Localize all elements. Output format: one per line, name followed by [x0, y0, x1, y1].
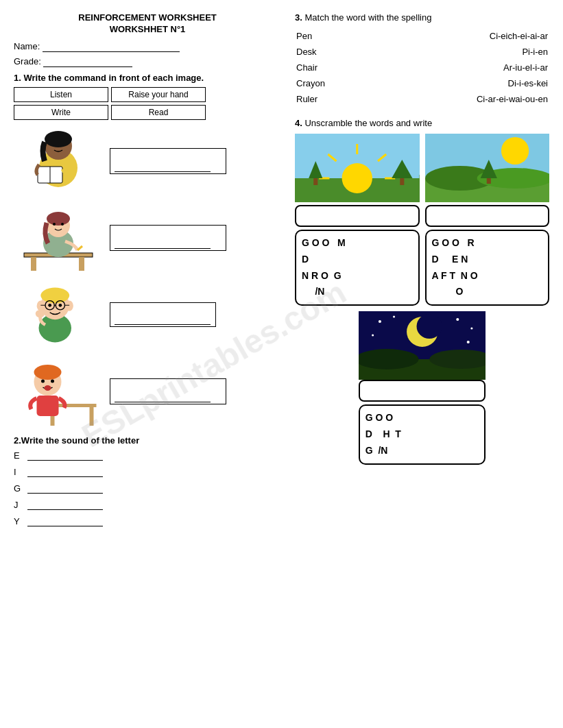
svg-rect-57: [486, 178, 490, 184]
svg-point-40: [342, 163, 372, 193]
svg-point-18: [40, 287, 69, 303]
match-spelling-crayon: Di-i-es-kei: [437, 75, 549, 91]
svg-point-63: [393, 316, 395, 318]
svg-point-64: [456, 318, 459, 321]
letter-E: E: [14, 450, 23, 461]
right-column: 3. Match the word with the spelling Pen …: [295, 12, 549, 532]
svg-point-37: [44, 385, 51, 391]
section3-num: 3.: [295, 12, 302, 23]
unscramble-cell-1: G O O M D N R O G /N: [295, 134, 420, 306]
image-row-3: [14, 280, 281, 349]
answer-rect-2[interactable]: [425, 205, 550, 227]
scramble-text-1: G O O M D N R O G /N: [302, 235, 346, 300]
scene-night: [359, 311, 486, 380]
scramble-box-2: G O O R D E N A F T N O O: [425, 230, 550, 306]
scramble-text-3: G O O D H T G /N: [366, 410, 401, 459]
answer-line-3: [115, 313, 211, 325]
answer-box-1[interactable]: [110, 148, 226, 174]
svg-point-28: [36, 309, 45, 317]
svg-point-35: [41, 379, 45, 383]
sound-line-E[interactable]: [27, 450, 103, 461]
letter-G: G: [14, 483, 23, 494]
name-label: Name:: [14, 41, 40, 51]
match-row-chair: Chair Ar-iu-el-i-ar: [295, 60, 549, 75]
svg-rect-47: [313, 178, 318, 185]
svg-point-65: [470, 328, 472, 330]
answer-line-4: [115, 390, 211, 402]
svg-point-20: [65, 300, 73, 311]
sound-line-G[interactable]: [27, 483, 103, 494]
sound-row-E: E: [14, 450, 281, 461]
svg-rect-30: [89, 407, 93, 426]
match-spelling-ruler: Ci-ar-ei-wai-ou-en: [437, 91, 549, 107]
match-spelling-chair: Ar-iu-el-i-ar: [437, 60, 549, 75]
svg-rect-32: [36, 396, 58, 416]
figure-boy-sitting: [14, 357, 103, 426]
sound-line-J[interactable]: [27, 499, 103, 510]
answer-box-4[interactable]: [110, 378, 226, 404]
name-field-row: Name:: [14, 41, 281, 52]
figure-girl-reading: [14, 127, 103, 195]
sound-row-G: G: [14, 483, 281, 494]
svg-rect-9: [79, 257, 84, 271]
svg-point-4: [45, 131, 72, 147]
read-button[interactable]: Read: [111, 105, 206, 120]
image-row-1: [14, 127, 281, 195]
commands-grid: Listen Raise your hand Write Read: [14, 87, 206, 120]
grade-input-line[interactable]: [43, 56, 132, 67]
listen-button[interactable]: Listen: [14, 87, 108, 102]
image-row-4: [14, 357, 281, 426]
section2: 2.Write the sound of the letter E I G J …: [14, 435, 281, 526]
match-spelling-desk: Pi-i-en: [437, 44, 549, 60]
sound-line-Y[interactable]: [27, 515, 103, 526]
section4-title: 4. Unscramble the words and write: [295, 118, 549, 128]
section3-title: 3. Match the word with the spelling: [295, 12, 549, 23]
svg-point-61: [416, 314, 442, 339]
svg-point-13: [53, 223, 56, 226]
sound-line-I[interactable]: [27, 466, 103, 477]
match-row-crayon: Crayon Di-i-es-kei: [295, 75, 549, 91]
svg-rect-49: [400, 178, 404, 185]
svg-point-67: [466, 341, 469, 343]
match-word-ruler: Ruler: [295, 91, 350, 107]
svg-point-12: [47, 212, 70, 226]
answer-line-2: [115, 236, 211, 249]
match-row-pen: Pen Ci-eich-ei-ai-ar: [295, 28, 549, 44]
name-input-line[interactable]: [43, 41, 180, 52]
answer-rect-3[interactable]: [359, 380, 486, 402]
unscramble-bottom: G O O D H T G /N: [295, 311, 549, 464]
answer-box-3[interactable]: [110, 302, 216, 327]
svg-point-34: [34, 365, 61, 380]
svg-point-14: [61, 223, 64, 226]
match-table: Pen Ci-eich-ei-ai-ar Desk Pi-i-en Chair …: [295, 28, 549, 107]
svg-point-36: [51, 379, 54, 383]
sub-title: WORKSHHET N°1: [14, 24, 281, 34]
left-column: REINFORCEMENT WORKSHEET WORKSHHET N°1 Na…: [14, 12, 281, 532]
unscramble-grid: G O O M D N R O G /N: [295, 134, 549, 306]
scramble-box-3: G O O D H T G /N: [359, 404, 486, 464]
page-container: REINFORCEMENT WORKSHEET WORKSHHET N°1 Na…: [14, 12, 549, 532]
section4-text: Unscramble the words and write: [304, 118, 432, 128]
match-word-desk: Desk: [295, 44, 350, 60]
grade-field-row: Grade:: [14, 56, 281, 67]
scene-afternoon: [425, 134, 550, 202]
letter-J: J: [14, 500, 23, 510]
figure-boy-thinking: [14, 280, 103, 349]
unscramble-cell-2: G O O R D E N A F T N O O: [425, 134, 550, 306]
letter-I: I: [14, 467, 23, 477]
svg-point-62: [379, 320, 381, 323]
write-button[interactable]: Write: [14, 105, 108, 120]
grade-label: Grade:: [14, 56, 41, 66]
answer-box-2[interactable]: [110, 225, 226, 251]
raise-hand-button[interactable]: Raise your hand: [111, 87, 206, 102]
scramble-text-2: G O O R D E N A F T N O O: [432, 235, 478, 300]
svg-point-19: [37, 300, 45, 311]
answer-rect-1[interactable]: [295, 205, 420, 227]
svg-point-24: [58, 303, 62, 306]
match-word-pen: Pen: [295, 28, 350, 44]
match-spelling-pen: Ci-eich-ei-ai-ar: [437, 28, 549, 44]
image-row-2: [14, 204, 281, 272]
figure-girl-writing: [14, 204, 103, 272]
letter-Y: Y: [14, 516, 23, 526]
match-row-desk: Desk Pi-i-en: [295, 44, 549, 60]
